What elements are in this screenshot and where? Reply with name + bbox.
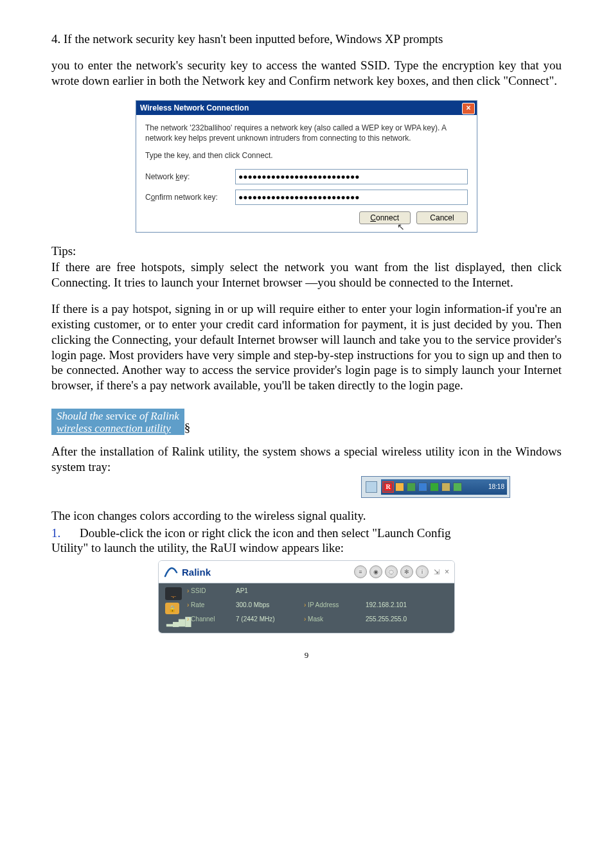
tips-heading: Tips: bbox=[51, 244, 562, 258]
dialog-instruction: Type the key, and then click Connect. bbox=[145, 151, 468, 160]
channel-label: Channel bbox=[187, 616, 232, 626]
tray-icon bbox=[395, 483, 404, 492]
confirm-network-key-input[interactable] bbox=[235, 190, 468, 205]
dialog-title-text: Wireless Network Connection bbox=[140, 103, 249, 112]
system-tray-illustration: R 18:18 bbox=[361, 476, 510, 498]
mask-value: 255.255.255.0 bbox=[366, 616, 436, 626]
ip-value: 192.168.2.101 bbox=[366, 601, 436, 612]
toolbar-list-icon[interactable]: ≡ bbox=[354, 565, 367, 578]
toolbar-settings-icon[interactable]: ✻ bbox=[400, 565, 413, 578]
page-number: 9 bbox=[51, 650, 562, 660]
toolbar-connect-icon[interactable]: ◉ bbox=[369, 565, 382, 578]
close-icon[interactable]: × bbox=[462, 103, 475, 114]
tray-square-icon bbox=[366, 481, 377, 493]
step4-body: you to enter the network's security key … bbox=[51, 58, 562, 89]
ralink-utility-window: Ralink ≡ ◉ ◌ ✻ i ⇲ × ﮩ 🔒 ▂▄▆█ SSID AP1 R… bbox=[158, 560, 455, 633]
connect-button[interactable]: Connect bbox=[359, 211, 411, 224]
tray-icon bbox=[407, 483, 416, 492]
confirm-network-key-label: Confirm network key: bbox=[145, 193, 235, 202]
tray-icon bbox=[430, 483, 439, 492]
dialog-description: The network '232ballihoo' requires a net… bbox=[145, 123, 468, 143]
ip-label: IP Address bbox=[304, 601, 362, 612]
icon-color-note: The icon changes colors according to the… bbox=[51, 508, 562, 524]
step4-heading: 4. If the network security key hasn't be… bbox=[51, 32, 562, 46]
dialog-title-bar: Wireless Network Connection × bbox=[136, 101, 477, 115]
cancel-button[interactable]: Cancel bbox=[416, 211, 468, 224]
section-mark: § bbox=[184, 421, 191, 434]
channel-value: 7 (2442 MHz) bbox=[236, 616, 300, 626]
enum-text-line2: Utility" to launch the utility, the RaUI… bbox=[51, 540, 562, 556]
wireless-connection-dialog: Wireless Network Connection × The networ… bbox=[136, 100, 477, 233]
rate-value: 300.0 Mbps bbox=[236, 601, 300, 612]
enum-number: 1. bbox=[51, 526, 80, 540]
tray-icon bbox=[418, 483, 427, 492]
ralink-toolbar-icons: ≡ ◉ ◌ ✻ i ⇲ × bbox=[354, 565, 449, 578]
mask-label: Mask bbox=[304, 616, 362, 626]
dialog-body: The network '232ballihoo' requires a net… bbox=[136, 115, 477, 232]
ssid-label: SSID bbox=[187, 587, 232, 598]
ralink-tray-icon: R bbox=[384, 483, 393, 492]
tray-clock: 18:18 bbox=[488, 483, 504, 490]
ralink-logo: Ralink bbox=[164, 566, 211, 578]
tip-free-hotspots: If there are free hotspots, simply selec… bbox=[51, 260, 562, 290]
tray-icon bbox=[453, 483, 462, 492]
ralink-service-section: Should the service of Ralink wireless co… bbox=[51, 400, 562, 435]
enum-text-line1: Double-click the icon or right click the… bbox=[80, 526, 451, 540]
ssid-value: AP1 bbox=[236, 587, 300, 598]
toolbar-info-icon[interactable]: i bbox=[416, 565, 429, 578]
network-key-label: Network key: bbox=[145, 172, 235, 181]
rate-label: Rate bbox=[187, 601, 232, 612]
tray-icon bbox=[441, 483, 450, 492]
tip-pay-hotspot: If there is a pay hotspot, signing in or… bbox=[51, 301, 562, 393]
network-key-input[interactable] bbox=[235, 169, 468, 184]
enum-item-1: 1. Double-click the icon or right click … bbox=[51, 526, 562, 540]
toolbar-survey-icon[interactable]: ◌ bbox=[385, 565, 398, 578]
lock-icon: 🔒 bbox=[165, 603, 179, 614]
pin-icon[interactable]: ⇲ bbox=[434, 568, 440, 576]
close-icon[interactable]: × bbox=[445, 567, 449, 576]
antenna-icon: ﮩ bbox=[165, 587, 182, 600]
after-section-text: After the installation of Ralink utility… bbox=[51, 444, 562, 475]
